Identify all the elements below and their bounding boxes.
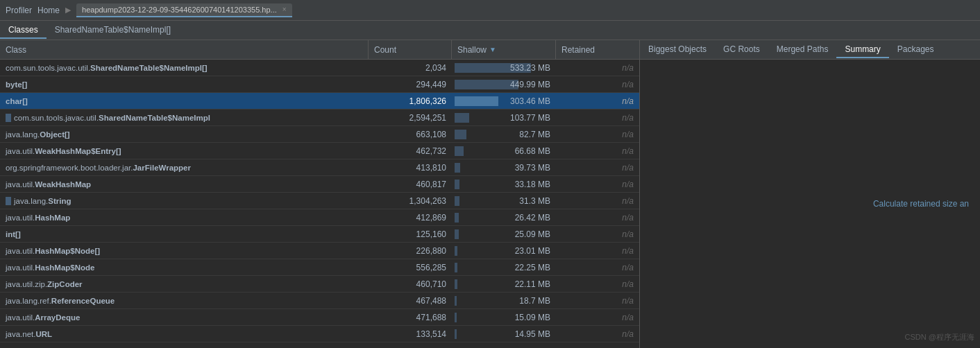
shallow-cell: 82.7 MB — [452, 126, 556, 142]
table-row[interactable]: char[]1,806,326303.46 MBn/a — [0, 93, 639, 110]
class-cell: java.util.WeakHashMap$Entry[] — [0, 143, 369, 159]
table-row[interactable]: java.util.HashMap412,86926.42 MBn/a — [0, 209, 639, 226]
class-table-area: Class Count Shallow ▼ Retained com.sun.t… — [0, 40, 640, 348]
calculate-retained-link[interactable]: Calculate retained size an — [873, 199, 969, 209]
retained-cell: n/a — [556, 60, 639, 76]
table-body: com.sun.tools.javac.util.SharedNameTable… — [0, 60, 639, 348]
class-cell: java.util.zip.ZipCoder — [0, 276, 369, 292]
retained-cell: n/a — [556, 126, 639, 142]
retained-cell: n/a — [556, 226, 639, 242]
right-tab-biggest_objects[interactable]: Biggest Objects — [640, 42, 715, 58]
count-cell: 467,488 — [369, 293, 452, 308]
top-bar: Profiler Home ▶ heapdump2023-12-29-09-35… — [0, 0, 980, 21]
tab-shared[interactable]: SharedNameTable$NameImpl[] — [47, 22, 179, 39]
table-row[interactable]: java.lang.ref.ReferenceQueue467,48818.7 … — [0, 293, 639, 309]
class-cell: int[] — [0, 226, 369, 242]
table-row[interactable]: java.lang.String1,304,26331.3 MBn/a — [0, 193, 639, 209]
count-cell: 226,880 — [369, 243, 452, 259]
file-tab-label: heapdump2023-12-29-09-354462600740141203… — [82, 6, 277, 14]
table-row[interactable]: java.net.URL133,51414.95 MBn/a — [0, 326, 639, 342]
right-panel: Biggest ObjectsGC RootsMerged PathsSumma… — [640, 40, 980, 348]
retained-cell: n/a — [556, 259, 639, 275]
class-cell: java.lang.String — [0, 193, 369, 209]
count-cell: 462,732 — [369, 143, 452, 159]
right-tab-summary[interactable]: Summary — [836, 42, 888, 58]
right-content: Calculate retained size an — [640, 60, 980, 348]
count-cell: 413,810 — [369, 159, 452, 175]
right-tab-gc_roots[interactable]: GC Roots — [715, 42, 768, 58]
class-cell: byte[] — [0, 76, 369, 92]
shallow-cell: 33.18 MB — [452, 176, 556, 192]
th-retained: Retained — [556, 40, 639, 59]
shallow-cell: 25.09 MB — [452, 226, 556, 242]
count-cell: 125,160 — [369, 226, 452, 242]
right-tab-merged_paths[interactable]: Merged Paths — [768, 42, 837, 58]
shallow-cell: 449.99 MB — [452, 76, 556, 92]
right-tab-packages[interactable]: Packages — [889, 42, 943, 58]
shallow-cell: 14.95 MB — [452, 326, 556, 342]
table-row[interactable]: org.springframework.boot.loader.jar.JarF… — [0, 159, 639, 176]
retained-cell: n/a — [556, 276, 639, 292]
retained-cell: n/a — [556, 309, 639, 325]
class-cell: java.util.HashMap — [0, 209, 369, 225]
count-cell: 133,514 — [369, 326, 452, 342]
retained-cell: n/a — [556, 143, 639, 159]
shallow-cell: 66.68 MB — [452, 143, 556, 159]
right-tabs: Biggest ObjectsGC RootsMerged PathsSumma… — [640, 40, 980, 60]
shallow-cell: 39.73 MB — [452, 159, 556, 175]
shallow-cell: 15.09 MB — [452, 309, 556, 325]
table-row[interactable]: int[]125,16025.09 MBn/a — [0, 226, 639, 243]
count-cell: 412,869 — [369, 209, 452, 225]
class-cell: java.util.HashMap$Node[] — [0, 243, 369, 259]
class-cell: char[] — [0, 93, 369, 109]
count-cell: 2,034 — [369, 60, 452, 76]
th-count: Count — [369, 40, 452, 59]
retained-cell: n/a — [556, 326, 639, 342]
table-row[interactable]: java.util.WeakHashMap$Entry[]462,73266.6… — [0, 143, 639, 159]
table-row[interactable]: java.util.zip.ZipCoder460,71022.11 MBn/a — [0, 276, 639, 293]
home-label[interactable]: Home — [37, 6, 60, 15]
retained-cell: n/a — [556, 76, 639, 92]
th-class: Class — [0, 40, 369, 59]
retained-cell: n/a — [556, 93, 639, 109]
class-cell: java.lang.ref.ReferenceQueue — [0, 293, 369, 308]
profiler-label[interactable]: Profiler — [6, 6, 32, 15]
class-cell: com.sun.tools.javac.util.SharedNameTable… — [0, 110, 369, 125]
count-cell: 663,108 — [369, 126, 452, 142]
count-cell: 1,304,263 — [369, 193, 452, 209]
shallow-cell: 533.23 MB — [452, 60, 556, 76]
retained-cell: n/a — [556, 209, 639, 225]
watermark: CSDN @程序无涯海 — [905, 332, 974, 342]
main-tabs: Classes SharedNameTable$NameImpl[] — [0, 21, 980, 40]
table-row[interactable]: com.sun.tools.javac.util.SharedNameTable… — [0, 110, 639, 126]
table-row[interactable]: com.sun.tools.javac.util.SharedNameTable… — [0, 60, 639, 76]
shallow-cell: 22.11 MB — [452, 276, 556, 292]
shallow-cell: 103.77 MB — [452, 110, 556, 125]
count-cell: 460,710 — [369, 276, 452, 292]
table-row[interactable]: java.util.HashMap$Node556,28522.25 MBn/a — [0, 259, 639, 276]
table-row[interactable]: java.util.ArrayDeque471,68815.09 MBn/a — [0, 309, 639, 326]
th-shallow[interactable]: Shallow ▼ — [452, 40, 556, 59]
count-cell: 1,806,326 — [369, 93, 452, 109]
table-row[interactable]: java.lang.Object[]663,10882.7 MBn/a — [0, 126, 639, 143]
class-cell: java.net.URL — [0, 326, 369, 342]
class-cell: com.sun.tools.javac.util.SharedNameTable… — [0, 60, 369, 76]
close-icon[interactable]: × — [282, 6, 287, 13]
retained-cell: n/a — [556, 176, 639, 192]
retained-cell: n/a — [556, 293, 639, 308]
class-cell: java.util.ArrayDeque — [0, 309, 369, 325]
table-row[interactable]: java.util.WeakHashMap460,81733.18 MBn/a — [0, 176, 639, 193]
count-cell: 460,817 — [369, 176, 452, 192]
table-row[interactable]: java.util.HashMap$Node[]226,88023.01 MBn… — [0, 243, 639, 259]
count-cell: 2,594,251 — [369, 110, 452, 125]
class-cell: java.util.WeakHashMap — [0, 176, 369, 192]
table-row[interactable]: byte[]294,449449.99 MBn/a — [0, 76, 639, 93]
tab-classes[interactable]: Classes — [0, 22, 47, 39]
count-cell: 471,688 — [369, 309, 452, 325]
breadcrumb-separator: ▶ — [65, 6, 71, 15]
shallow-cell: 31.3 MB — [452, 193, 556, 209]
retained-cell: n/a — [556, 110, 639, 125]
retained-cell: n/a — [556, 193, 639, 209]
file-tab[interactable]: heapdump2023-12-29-09-354462600740141203… — [76, 3, 292, 17]
shallow-cell: 23.01 MB — [452, 243, 556, 259]
